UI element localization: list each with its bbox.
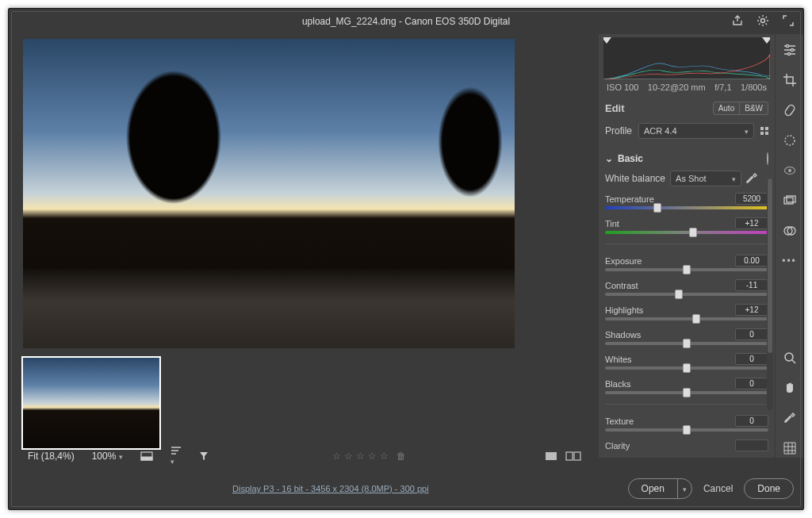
exposure-slider[interactable]: Exposure — [605, 253, 768, 278]
exposure-input[interactable] — [735, 255, 768, 267]
profile-select[interactable]: ACR 4.4 — [638, 123, 754, 139]
panel-scrollbar[interactable] — [767, 178, 773, 410]
sort-icon[interactable] — [166, 444, 186, 468]
workflow-link[interactable]: Display P3 - 16 bit - 3456 x 2304 (8,0MP… — [232, 484, 429, 493]
svg-rect-12 — [141, 457, 152, 460]
svg-point-2 — [791, 48, 793, 51]
export-icon[interactable] — [730, 13, 745, 28]
mask-tool-icon[interactable] — [780, 131, 799, 150]
svg-rect-4 — [783, 104, 795, 117]
tint-input[interactable] — [735, 217, 768, 229]
wb-label: White balance — [605, 173, 665, 184]
svg-rect-15 — [574, 452, 580, 460]
compare-view-icon[interactable] — [565, 451, 581, 461]
clarity-input[interactable] — [735, 439, 768, 451]
basic-heading[interactable]: ⌄ Basic — [605, 148, 768, 171]
svg-point-0 — [761, 19, 765, 23]
heal-tool-icon[interactable] — [780, 101, 799, 120]
preview-toolbar: Fit (18,4%) 100% ☆☆☆☆☆🗑 — [17, 444, 588, 468]
meta-iso: ISO 100 — [607, 82, 638, 92]
texture-slider[interactable]: Texture — [605, 413, 768, 438]
footer: Display P3 - 16 bit - 3456 x 2304 (8,0MP… — [18, 474, 794, 503]
open-menu-caret[interactable] — [677, 478, 692, 499]
blacks-input[interactable] — [735, 378, 768, 389]
cancel-button[interactable]: Cancel — [703, 483, 733, 494]
profile-browser-icon[interactable] — [760, 127, 768, 135]
wb-select[interactable]: As Shot — [670, 171, 741, 186]
filmstrip-toggle-icon[interactable] — [136, 450, 158, 462]
chevron-down-icon — [119, 451, 123, 462]
filter-icon[interactable] — [194, 450, 213, 462]
whites-input[interactable] — [735, 353, 768, 365]
window-title: upload_MG_2224.dng - Canon EOS 350D Digi… — [302, 16, 510, 27]
filmstrip-thumbnail[interactable] — [21, 356, 161, 450]
open-button-group: Open — [628, 478, 692, 499]
crop-tool-icon[interactable] — [780, 71, 799, 90]
color-sampler-icon[interactable] — [780, 409, 799, 428]
image-preview[interactable] — [23, 39, 515, 348]
done-button[interactable]: Done — [744, 478, 794, 499]
svg-rect-13 — [546, 452, 557, 460]
svg-point-1 — [786, 44, 788, 47]
snapshots-icon[interactable] — [780, 191, 799, 210]
presets-icon[interactable] — [780, 221, 799, 240]
svg-rect-7 — [787, 196, 795, 202]
texture-input[interactable] — [735, 415, 768, 427]
edit-panel: ISO 100 10-22@20 mm f/7,1 1/800s Edit Au… — [599, 34, 775, 458]
shadow-clip-handle[interactable] — [603, 37, 611, 44]
meta-shutter: 1/800s — [741, 82, 767, 92]
sliders-tool-icon[interactable] — [780, 40, 799, 59]
contrast-input[interactable] — [735, 279, 768, 291]
auto-button[interactable]: Auto — [713, 102, 741, 115]
grid-icon[interactable] — [780, 439, 799, 458]
hand-tool-icon[interactable] — [780, 378, 799, 397]
camera-raw-window: upload_MG_2224.dng - Canon EOS 350D Digi… — [8, 8, 804, 510]
rating-stars[interactable]: ☆☆☆☆☆🗑 — [332, 451, 406, 462]
eyedropper-icon[interactable] — [746, 173, 757, 184]
shadows-slider[interactable]: Shadows — [605, 327, 768, 351]
histogram[interactable] — [603, 37, 770, 79]
fit-button[interactable]: Fit (18,4%) — [23, 449, 79, 463]
preview-area — [9, 34, 599, 458]
open-button[interactable]: Open — [628, 478, 678, 499]
title-filename: upload_MG_2224.dng — [302, 16, 396, 27]
basic-section: ⌄ Basic White balance As Shot Temperatur… — [599, 145, 775, 458]
svg-point-5 — [785, 136, 795, 145]
redeye-tool-icon[interactable] — [780, 161, 799, 180]
temperature-slider[interactable]: Temperature — [605, 191, 768, 216]
highlights-slider[interactable]: Highlights — [605, 302, 768, 327]
highlight-clip-handle[interactable] — [762, 37, 770, 44]
contrast-slider[interactable]: Contrast — [605, 278, 768, 302]
right-toolbar: ••• — [775, 34, 803, 458]
svg-rect-6 — [784, 198, 793, 204]
fullscreen-icon[interactable] — [781, 13, 795, 28]
more-icon[interactable]: ••• — [780, 251, 799, 271]
titlebar: upload_MG_2224.dng - Canon EOS 350D Digi… — [9, 9, 803, 34]
chevron-down-icon: ⌄ — [605, 153, 613, 164]
clarity-slider[interactable]: Clarity — [605, 438, 768, 453]
svg-rect-14 — [566, 452, 573, 460]
blacks-slider[interactable]: Blacks — [605, 376, 768, 401]
bw-button[interactable]: B&W — [740, 102, 768, 115]
zoom-tool-icon[interactable] — [780, 348, 799, 367]
meta-lens: 10-22@20 mm — [648, 82, 706, 92]
chevron-down-icon — [732, 174, 736, 183]
svg-point-3 — [787, 52, 790, 55]
zoom-readout[interactable]: 100% — [87, 449, 128, 463]
highlights-input[interactable] — [735, 304, 768, 316]
chevron-down-icon — [745, 126, 749, 136]
exif-summary: ISO 100 10-22@20 mm f/7,1 1/800s — [599, 81, 775, 97]
trash-icon: 🗑 — [396, 451, 406, 462]
tint-slider[interactable]: Tint — [605, 216, 768, 240]
single-view-icon[interactable] — [545, 451, 557, 461]
gear-icon[interactable] — [756, 13, 770, 28]
whites-slider[interactable]: Whites — [605, 351, 768, 376]
section-visibility-icon[interactable] — [767, 153, 768, 164]
edit-title: Edit — [605, 102, 625, 114]
temperature-input[interactable] — [735, 193, 768, 205]
title-camera: Canon EOS 350D Digital — [404, 16, 510, 27]
shadows-input[interactable] — [735, 328, 768, 340]
profile-label: Profile — [605, 125, 632, 136]
svg-point-10 — [785, 353, 793, 361]
meta-aperture: f/7,1 — [714, 82, 731, 92]
